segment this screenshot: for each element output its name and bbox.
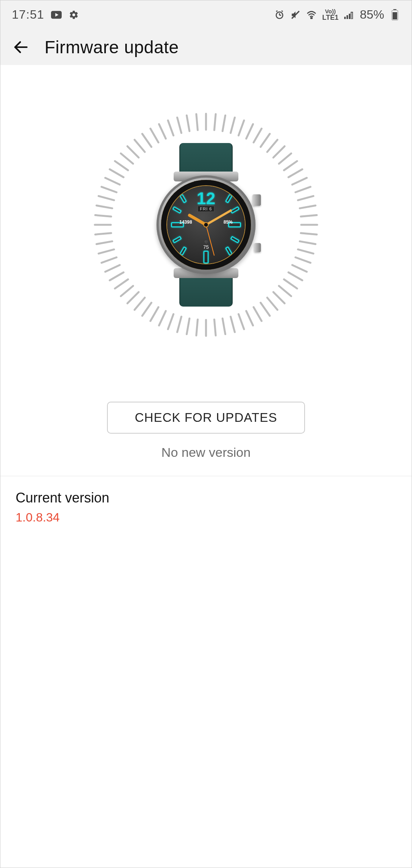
current-version-label: Current version xyxy=(16,490,396,506)
app-bar: Firmware update xyxy=(0,29,412,65)
volte-label: Vo)) LTE1 xyxy=(322,8,339,21)
status-bar: 17:51 Vo)) LTE1 85% xyxy=(0,0,412,29)
mute-icon xyxy=(290,10,301,20)
watch-illustration: 12 FRI 6 14398 85% ♡ xyxy=(92,111,320,339)
svg-line-63 xyxy=(134,140,145,152)
status-bar-right: Vo)) LTE1 85% xyxy=(274,8,400,22)
svg-line-26 xyxy=(273,292,285,304)
dial-marker xyxy=(172,206,182,214)
battery-icon xyxy=(390,10,400,20)
svg-line-33 xyxy=(222,318,225,334)
youtube-icon xyxy=(51,10,62,20)
dial-heart-rate-value: 75 xyxy=(203,244,209,250)
dial-heart-rate: ♡ 75 xyxy=(203,240,209,250)
dial-marker xyxy=(203,251,209,264)
battery-percent: 85% xyxy=(360,8,384,22)
svg-line-66 xyxy=(159,124,166,138)
svg-line-80 xyxy=(273,146,285,158)
svg-line-49 xyxy=(102,258,117,263)
svg-line-23 xyxy=(289,272,302,280)
svg-line-56 xyxy=(99,196,114,200)
svg-line-38 xyxy=(177,316,181,332)
dial-date: FRI 6 xyxy=(198,206,214,212)
current-version-section: Current version 1.0.8.34 xyxy=(0,476,412,538)
dial-twelve: 12 xyxy=(197,189,216,208)
svg-rect-12 xyxy=(351,12,353,19)
svg-rect-15 xyxy=(393,12,397,19)
svg-line-19 xyxy=(300,241,315,244)
arrow-left-icon xyxy=(12,38,30,56)
svg-line-52 xyxy=(95,233,111,235)
status-time: 17:51 xyxy=(12,8,44,22)
watch-crown-bottom xyxy=(254,243,261,252)
svg-line-62 xyxy=(128,146,139,158)
current-version-value: 1.0.8.34 xyxy=(16,510,396,525)
svg-line-76 xyxy=(246,124,253,138)
svg-rect-10 xyxy=(347,15,348,19)
status-bar-left: 17:51 xyxy=(12,8,79,22)
svg-line-58 xyxy=(105,178,120,185)
svg-line-21 xyxy=(295,258,310,263)
svg-line-36 xyxy=(196,320,198,335)
svg-line-69 xyxy=(187,115,189,131)
svg-line-34 xyxy=(214,320,216,335)
watch-dial: 12 FRI 6 14398 85% ♡ xyxy=(167,186,245,264)
svg-line-45 xyxy=(121,286,133,296)
dial-marker xyxy=(230,236,240,244)
dial-steps: 14398 xyxy=(179,219,192,225)
svg-line-88 xyxy=(301,215,317,217)
svg-line-24 xyxy=(284,279,297,288)
svg-rect-9 xyxy=(344,17,346,19)
svg-line-82 xyxy=(284,161,297,170)
gear-icon xyxy=(69,10,79,20)
svg-line-73 xyxy=(222,115,225,131)
svg-line-41 xyxy=(150,307,158,321)
svg-line-55 xyxy=(96,205,112,208)
svg-line-67 xyxy=(168,121,173,135)
svg-line-22 xyxy=(292,265,307,272)
svg-line-46 xyxy=(115,279,128,288)
svg-line-81 xyxy=(279,153,291,164)
dial-marker xyxy=(179,194,187,203)
svg-line-54 xyxy=(95,215,111,217)
svg-line-50 xyxy=(99,250,114,254)
back-button[interactable] xyxy=(11,37,31,57)
svg-line-5 xyxy=(276,11,278,11)
svg-line-60 xyxy=(115,161,128,170)
svg-point-8 xyxy=(311,17,313,19)
svg-line-70 xyxy=(196,114,198,130)
update-status-text: No new version xyxy=(0,445,412,460)
alarm-icon xyxy=(274,10,285,20)
svg-line-84 xyxy=(292,178,307,185)
watch-case: 12 FRI 6 14398 85% ♡ xyxy=(156,175,256,274)
svg-line-44 xyxy=(128,292,139,304)
svg-line-18 xyxy=(301,233,317,235)
svg-line-74 xyxy=(231,118,235,133)
wifi-icon xyxy=(306,10,317,20)
svg-line-31 xyxy=(239,314,244,329)
page-title: Firmware update xyxy=(45,37,179,57)
svg-line-28 xyxy=(260,303,270,316)
dial-marker xyxy=(172,236,182,244)
svg-line-87 xyxy=(300,205,315,208)
svg-line-75 xyxy=(239,121,244,135)
svg-line-42 xyxy=(142,303,152,316)
svg-line-37 xyxy=(187,318,189,334)
svg-line-39 xyxy=(168,314,173,329)
svg-line-25 xyxy=(279,286,291,296)
check-for-updates-button[interactable]: CHECK FOR UPDATES xyxy=(107,402,305,434)
svg-line-32 xyxy=(231,316,235,332)
svg-rect-11 xyxy=(349,14,350,19)
svg-line-43 xyxy=(134,298,145,310)
watch-device: 12 FRI 6 14398 85% ♡ xyxy=(156,175,256,274)
svg-line-57 xyxy=(102,187,117,192)
svg-line-51 xyxy=(96,241,112,244)
svg-line-79 xyxy=(267,140,278,152)
svg-line-68 xyxy=(177,118,181,133)
svg-line-85 xyxy=(295,187,310,192)
svg-line-83 xyxy=(289,169,302,177)
svg-line-61 xyxy=(121,153,133,164)
svg-line-86 xyxy=(298,196,313,200)
watch-crown-top xyxy=(252,194,261,206)
svg-line-29 xyxy=(254,307,262,321)
